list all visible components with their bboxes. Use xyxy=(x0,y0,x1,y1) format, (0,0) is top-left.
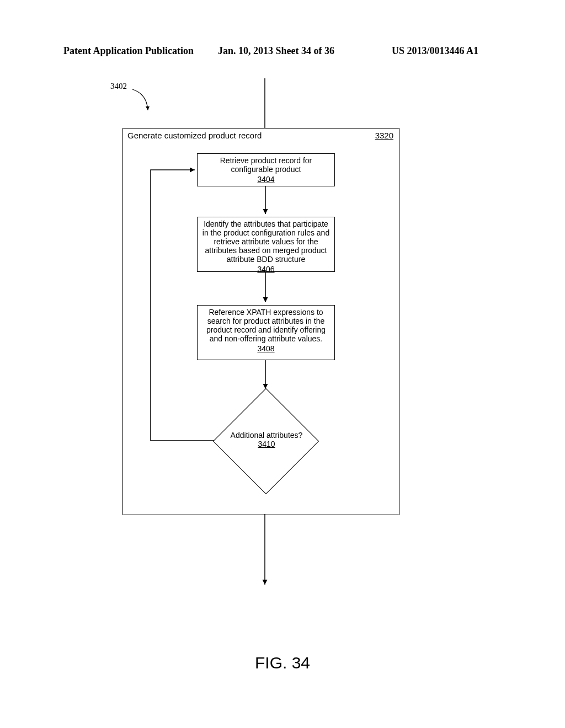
diamond-text-container: Additional attributes? 3410 xyxy=(217,431,316,448)
container-title: Generate customized product record xyxy=(127,131,262,140)
container-ref: 3320 xyxy=(375,131,393,140)
figure-label: FIG. 34 xyxy=(0,654,565,672)
arrow-3406-3408 xyxy=(255,272,278,308)
diamond-text: Additional attributes? xyxy=(231,431,303,440)
header-left: Patent Application Publication xyxy=(63,45,194,57)
exit-arrow xyxy=(255,514,278,588)
diamond-ref: 3410 xyxy=(258,440,275,448)
feedback-loop-arrow xyxy=(142,153,231,446)
box-3404-text: Retrieve product record for configurable… xyxy=(220,156,312,174)
entry-reference-number: 3402 xyxy=(110,82,127,91)
container-generate-record: Generate customized product record 3320 … xyxy=(122,128,399,515)
reference-pointer-arrow xyxy=(131,88,164,121)
header-right: US 2013/0013446 A1 xyxy=(392,45,478,57)
arrow-3404-3406 xyxy=(255,186,278,220)
header-center: Jan. 10, 2013 Sheet 34 of 36 xyxy=(218,45,334,57)
